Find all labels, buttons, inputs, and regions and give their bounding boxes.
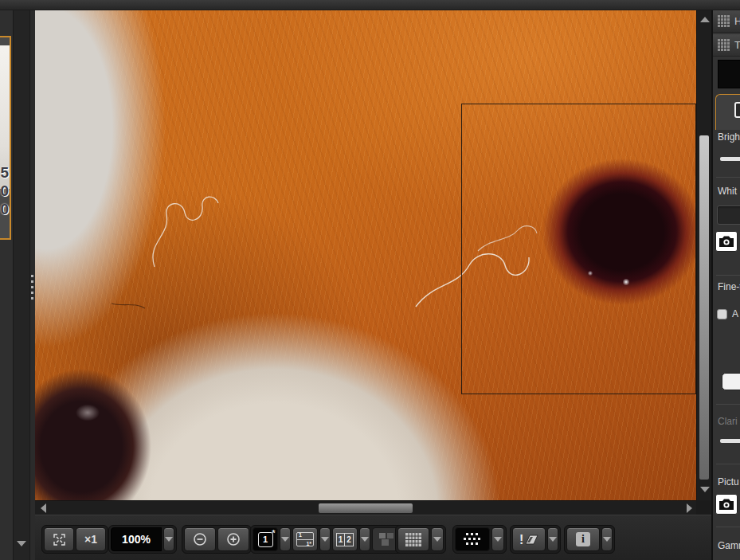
white-balance-dropdown[interactable] (717, 206, 740, 225)
scroll-right-icon[interactable] (687, 503, 692, 513)
chevron-down-icon (165, 537, 173, 542)
split-compare-icon: 1 1* (296, 532, 314, 546)
thumbnail-text-line: 0 (0, 182, 9, 200)
pixel-grid-dropdown[interactable] (491, 527, 504, 551)
single-image-view-button[interactable]: 1 * (253, 527, 278, 551)
before-after-split-button[interactable]: 1 1* (292, 527, 318, 551)
zoom-out-button[interactable] (184, 527, 216, 551)
scrollbar-corner (696, 500, 711, 515)
minus-circle-icon (193, 532, 207, 546)
basic-adjustment-tab[interactable] (715, 94, 740, 130)
selected-thumbnail[interactable]: 5 0 0 (0, 36, 11, 240)
grid-overlay-dropdown[interactable] (431, 527, 444, 551)
before-after-split-dropdown[interactable] (319, 527, 331, 551)
two-pane-icon: 1 2 (336, 533, 354, 546)
compare-two-images-button[interactable]: 1 2 (332, 527, 358, 551)
divider (716, 464, 740, 464)
svg-text:!: ! (519, 533, 523, 546)
palette-grip-icon (718, 39, 730, 51)
info-group: i (564, 525, 615, 554)
palette-header-tone[interactable]: T (713, 34, 740, 57)
histogram-display (718, 60, 740, 88)
vertical-scroll-thumb[interactable] (699, 135, 709, 480)
divider (716, 177, 740, 178)
zoom-in-out-group (182, 525, 252, 554)
splitter-grip-icon (31, 272, 34, 303)
horizontal-scrollbar[interactable] (35, 500, 696, 515)
pixel-dots-icon (463, 531, 482, 547)
zoom-level-display: 100% (111, 527, 162, 551)
view-mode-group: 1 * 1 1* 1 2 (250, 525, 403, 554)
chevron-down-icon (281, 537, 289, 542)
multi-layout-icon (378, 532, 394, 546)
single-image-icon: 1 * (258, 532, 273, 547)
fine-tune-checkbox[interactable] (717, 309, 727, 319)
camera-icon (718, 498, 734, 511)
pixel-view-group (452, 525, 507, 554)
clipping-warning-icon: ! (519, 532, 538, 547)
highlight-warning-dropdown[interactable] (547, 527, 558, 551)
fit-to-window-icon (53, 533, 66, 546)
info-dropdown[interactable] (601, 527, 613, 551)
white-balance-label: Whit (718, 186, 737, 197)
fine-tune-button[interactable] (722, 373, 740, 390)
filmstrip-gutter (13, 10, 30, 560)
info-icon: i (576, 532, 590, 546)
fine-tune-option-label: A (732, 308, 738, 319)
gamma-label: Gamm (718, 540, 740, 551)
picture-style-shot-settings-button[interactable] (715, 494, 738, 515)
zoom-level-dropdown[interactable] (163, 527, 174, 551)
clarity-slider[interactable] (720, 439, 740, 443)
vertical-scrollbar[interactable] (696, 10, 711, 500)
single-image-view-dropdown[interactable] (280, 527, 291, 551)
fine-tune-label: Fine-t (718, 281, 740, 292)
divider (716, 527, 740, 527)
thumbnail-text-line: 0 (0, 200, 9, 218)
chevron-down-icon (494, 537, 502, 542)
grid-icon (405, 533, 421, 546)
viewer-toolbar: ×1 100% 1 * (35, 515, 711, 560)
horizontal-scroll-thumb[interactable] (319, 503, 413, 513)
palette-header-label: H (734, 15, 740, 27)
zoom-region-rectangle[interactable] (461, 104, 696, 394)
thumbnail-overlay-text: 5 0 0 (0, 163, 9, 218)
actual-size-button[interactable]: ×1 (76, 527, 106, 551)
scroll-down-icon[interactable] (700, 487, 710, 492)
palette-header-histogram[interactable]: H (713, 10, 740, 33)
pixel-grid-button[interactable] (455, 527, 490, 551)
tool-palette-panel: H T Brigh Whit Fine-t A Clari Pictu Gamm (711, 10, 740, 560)
image-viewport[interactable] (35, 10, 696, 500)
brightness-label: Brigh (718, 131, 740, 143)
zoom-preset-group: ×1 (41, 525, 108, 554)
plus-circle-icon (226, 532, 241, 546)
grid-group (395, 525, 446, 554)
compare-two-images-dropdown[interactable] (359, 527, 370, 551)
grid-overlay-button[interactable] (397, 527, 429, 551)
window-top-bar (0, 0, 740, 10)
clarity-label: Clari (718, 416, 738, 427)
fit-to-window-button[interactable] (44, 527, 74, 551)
warning-group: ! (510, 525, 561, 554)
chevron-down-icon (433, 537, 441, 542)
chevron-down-icon (321, 537, 329, 542)
shot-settings-button[interactable] (715, 231, 738, 252)
tab-icon (734, 102, 740, 118)
thumbnail-text-line: 5 (0, 163, 9, 182)
camera-icon (718, 235, 734, 248)
chevron-down-icon (603, 537, 611, 542)
highlight-warning-button[interactable]: ! (512, 527, 546, 551)
info-button[interactable]: i (566, 527, 600, 551)
brightness-slider[interactable] (720, 157, 740, 161)
divider (716, 404, 740, 405)
zoom-level-group: 100% (108, 525, 177, 554)
chevron-down-icon (549, 537, 557, 542)
scroll-up-icon[interactable] (700, 17, 710, 22)
divider (716, 275, 740, 276)
zoom-in-button[interactable] (217, 527, 249, 551)
scroll-left-icon[interactable] (41, 503, 46, 513)
filmstrip-scroll-down-icon[interactable] (17, 541, 26, 546)
picture-style-label: Pictu (718, 476, 739, 488)
chevron-down-icon (361, 537, 369, 542)
palette-grip-icon (718, 15, 730, 27)
palette-header-label: T (734, 39, 740, 51)
